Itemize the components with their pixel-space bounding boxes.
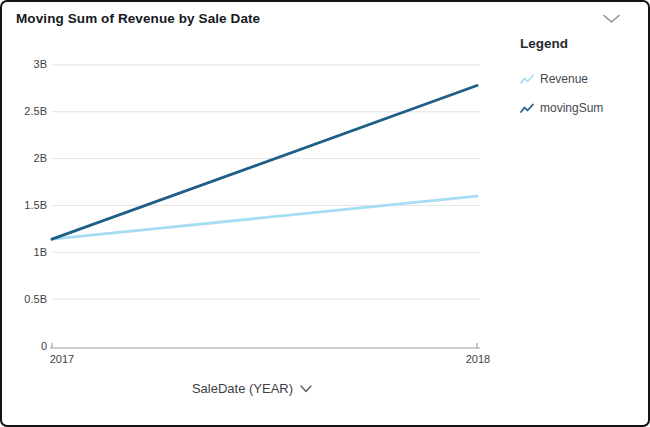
svg-text:1.5B: 1.5B <box>24 199 47 211</box>
visual-card: Moving Sum of Revenue by Sale Date 00.5B… <box>0 0 650 427</box>
x-axis-field-dropdown[interactable]: SaleDate (YEAR) <box>2 381 502 396</box>
legend-title: Legend <box>520 36 640 51</box>
chevron-down-icon <box>603 14 620 24</box>
chevron-down-icon <box>300 385 312 393</box>
legend-item-label: Revenue <box>540 72 588 86</box>
svg-text:3B: 3B <box>34 58 47 70</box>
line-series-icon <box>520 103 534 114</box>
legend: Legend Revenue movingSum <box>520 36 640 130</box>
svg-text:2.5B: 2.5B <box>24 105 47 117</box>
legend-item-revenue[interactable]: Revenue <box>520 72 640 86</box>
svg-text:2017: 2017 <box>50 353 74 365</box>
svg-text:0: 0 <box>41 340 47 352</box>
line-series-icon <box>520 74 534 85</box>
svg-text:1B: 1B <box>34 246 47 258</box>
visual-menu-button[interactable] <box>600 10 622 28</box>
svg-text:2018: 2018 <box>466 353 490 365</box>
svg-text:0.5B: 0.5B <box>24 293 47 305</box>
legend-item-label: movingSum <box>540 101 603 115</box>
line-chart: 00.5B1B1.5B2B2.5B3B20172018 <box>2 2 507 377</box>
legend-item-movingsum[interactable]: movingSum <box>520 101 640 115</box>
svg-text:2B: 2B <box>34 152 47 164</box>
chart-title: Moving Sum of Revenue by Sale Date <box>16 11 260 26</box>
x-axis-title-label: SaleDate (YEAR) <box>192 381 293 396</box>
